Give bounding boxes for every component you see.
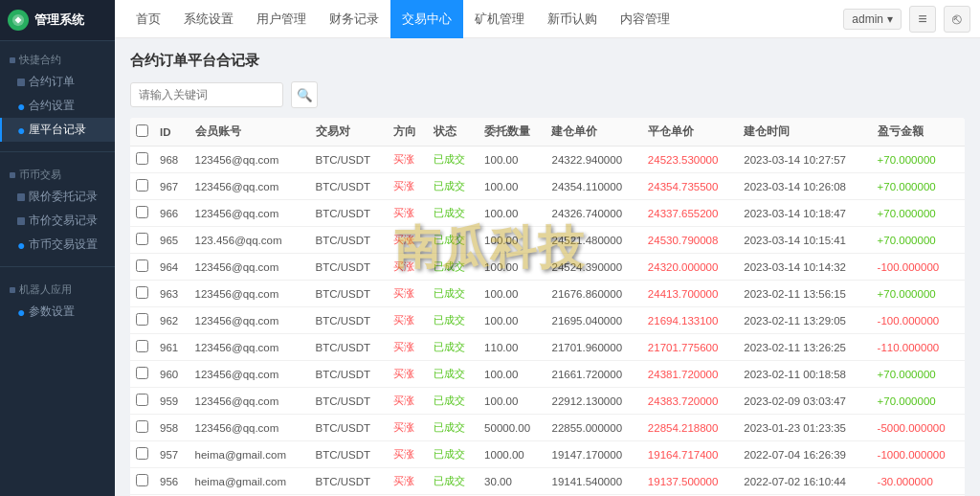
- row-direction: 买涨: [388, 415, 428, 441]
- row-checkbox[interactable]: [136, 259, 148, 272]
- row-checkbox-cell[interactable]: [130, 147, 154, 173]
- row-checkbox[interactable]: [136, 394, 148, 406]
- row-open-price: 22855.000000: [546, 415, 641, 441]
- row-id: 961: [154, 334, 189, 361]
- row-pnl: +70.000000: [872, 281, 965, 307]
- row-status: 已成交: [428, 227, 479, 254]
- direction-tag: 买涨: [393, 448, 414, 460]
- th-checkbox: [130, 118, 154, 147]
- row-account: 123456@qq.com: [189, 200, 310, 227]
- admin-label: admin: [852, 12, 883, 26]
- logout-icon-btn[interactable]: ⎋: [944, 6, 970, 33]
- sidebar-item-market-records[interactable]: 市价交易记录: [0, 209, 115, 233]
- row-close-price: 24523.530000: [642, 147, 738, 173]
- row-checkbox-cell[interactable]: [130, 281, 154, 307]
- row-checkbox[interactable]: [136, 206, 148, 218]
- row-open-price: 24524.390000: [546, 254, 641, 281]
- table-row: 963 123456@qq.com BTC/USDT 买涨 已成交 100.00…: [130, 281, 965, 307]
- row-pnl: +70.000000: [872, 147, 965, 173]
- row-checkbox-cell[interactable]: [130, 441, 154, 468]
- sidebar-group-contracts: 快捷合约 合约订单 ● 合约设置 ● 厘平台记录: [0, 41, 115, 147]
- row-open-time: 2023-03-14 10:14:32: [738, 254, 871, 281]
- bullet-icon: ●: [17, 305, 25, 319]
- row-id: 964: [154, 254, 189, 281]
- row-checkbox[interactable]: [136, 313, 148, 326]
- row-checkbox[interactable]: [136, 447, 148, 460]
- row-close-price: 19164.717400: [642, 441, 738, 468]
- row-close-price: 21694.133100: [642, 307, 738, 334]
- th-pnl: 盈亏金额: [872, 118, 965, 147]
- row-status: 已成交: [428, 281, 479, 307]
- nav-content[interactable]: 内容管理: [609, 0, 681, 38]
- row-direction: 买涨: [388, 147, 428, 173]
- row-checkbox[interactable]: [136, 340, 148, 352]
- row-direction: 买涨: [388, 441, 428, 468]
- row-checkbox-cell[interactable]: [130, 334, 154, 361]
- row-close-price: 24383.720000: [642, 388, 738, 415]
- row-status: 已成交: [428, 254, 479, 281]
- sidebar-item-platform-records[interactable]: ● 厘平台记录: [0, 118, 115, 142]
- row-direction: 买涨: [388, 227, 428, 254]
- row-pair: BTC/USDT: [310, 441, 389, 468]
- row-account: heima@gmail.com: [189, 441, 310, 468]
- row-checkbox-cell[interactable]: [130, 307, 154, 334]
- row-account: 123.456@qq.com: [189, 227, 310, 254]
- settings-icon-btn[interactable]: ≡: [909, 6, 936, 33]
- row-checkbox-cell[interactable]: [130, 361, 154, 388]
- nav-system[interactable]: 系统设置: [172, 0, 245, 38]
- nav-finance[interactable]: 财务记录: [318, 0, 390, 38]
- row-checkbox[interactable]: [136, 474, 148, 486]
- status-tag: 已成交: [434, 287, 465, 299]
- sidebar-item-contract-settings[interactable]: ● 合约设置: [0, 94, 115, 118]
- row-checkbox[interactable]: [136, 420, 148, 433]
- row-close-price: 24354.735500: [642, 173, 738, 200]
- row-checkbox[interactable]: [136, 179, 148, 192]
- row-direction: 买涨: [388, 254, 428, 281]
- sidebar-item-contract-orders[interactable]: 合约订单: [0, 70, 115, 94]
- nav-new-coin[interactable]: 新币认购: [536, 0, 609, 38]
- row-checkbox-cell[interactable]: [130, 254, 154, 281]
- direction-tag: 买涨: [393, 260, 414, 272]
- row-qty: 100.00: [479, 388, 546, 415]
- row-open-price: 24354.110000: [546, 173, 641, 200]
- row-pair: BTC/USDT: [310, 415, 389, 441]
- sidebar-group-robots: 机器人应用 ● 参数设置: [0, 271, 115, 329]
- sidebar-item-limit-orders[interactable]: 限价委托记录: [0, 185, 115, 209]
- row-checkbox[interactable]: [136, 233, 148, 245]
- direction-tag: 买涨: [393, 368, 414, 379]
- direction-tag: 买涨: [393, 207, 414, 218]
- sidebar-item-trading-settings[interactable]: ● 市币交易设置: [0, 233, 115, 257]
- row-checkbox-cell[interactable]: [130, 468, 154, 495]
- row-direction: 买涨: [388, 307, 428, 334]
- row-qty: 100.00: [479, 254, 546, 281]
- row-checkbox[interactable]: [136, 367, 148, 379]
- search-button[interactable]: 🔍: [291, 81, 318, 108]
- select-all-checkbox[interactable]: [136, 124, 148, 137]
- table-row: 960 123456@qq.com BTC/USDT 买涨 已成交 100.00…: [130, 361, 965, 388]
- rect-icon: [17, 193, 25, 201]
- row-pnl: +70.000000: [872, 173, 965, 200]
- sidebar-item-robot-settings[interactable]: ● 参数设置: [0, 300, 115, 324]
- nav-mining[interactable]: 矿机管理: [463, 0, 536, 38]
- row-pnl: +70.000000: [872, 200, 965, 227]
- row-checkbox-cell[interactable]: [130, 200, 154, 227]
- status-tag: 已成交: [434, 207, 465, 218]
- row-checkbox[interactable]: [136, 152, 148, 165]
- nav-users[interactable]: 用户管理: [245, 0, 318, 38]
- nav-trading[interactable]: 交易中心: [390, 0, 463, 38]
- row-account: 123456@qq.com: [189, 307, 310, 334]
- direction-tag: 买涨: [393, 341, 414, 352]
- row-pair: BTC/USDT: [310, 361, 389, 388]
- row-checkbox-cell[interactable]: [130, 227, 154, 254]
- row-checkbox-cell[interactable]: [130, 388, 154, 415]
- nav-home[interactable]: 首页: [124, 0, 172, 38]
- row-checkbox-cell[interactable]: [130, 415, 154, 441]
- search-input[interactable]: [130, 82, 283, 107]
- table-row: 956 heima@gmail.com BTC/USDT 买涨 已成交 30.0…: [130, 468, 965, 495]
- admin-dropdown[interactable]: admin ▾: [843, 9, 902, 30]
- row-checkbox[interactable]: [136, 286, 148, 299]
- row-qty: 50000.00: [479, 415, 546, 441]
- row-open-price: 19141.540000: [546, 468, 641, 495]
- row-status: 已成交: [428, 441, 479, 468]
- row-checkbox-cell[interactable]: [130, 173, 154, 200]
